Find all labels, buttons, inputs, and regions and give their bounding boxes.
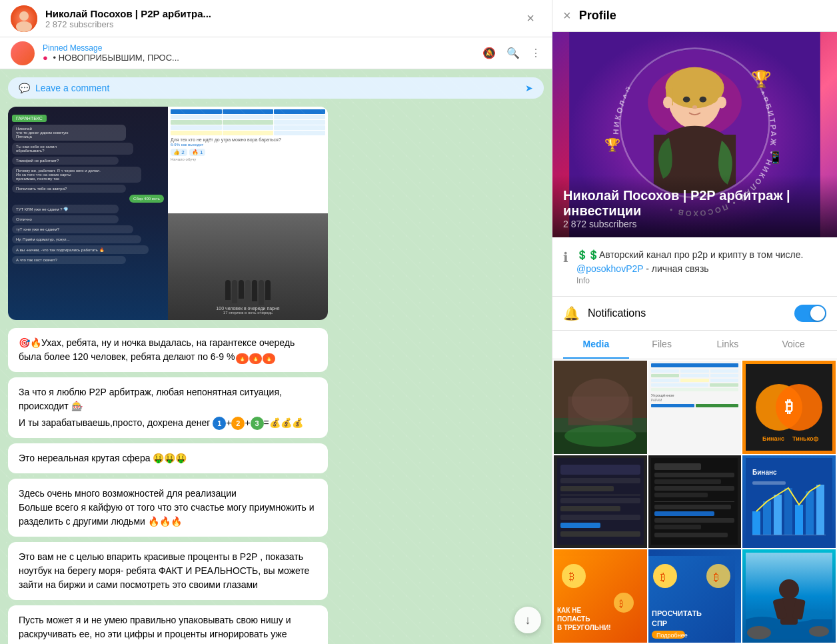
- pinned-dot: ●: [43, 53, 48, 63]
- pinned-content: Pinned Message ● • НОВОПРИБЫВШИМ, ПРОС..…: [43, 43, 474, 63]
- svg-text:Подробнее: Подробнее: [656, 632, 688, 639]
- gallery-item-3[interactable]: ₿ Бинанс Тинькоф: [742, 361, 836, 454]
- info-icon: ℹ: [563, 249, 568, 265]
- tab-voice[interactable]: Voice: [760, 331, 826, 359]
- pinned-message-bar[interactable]: Pinned Message ● • НОВОПРИБЫВШИМ, ПРОС..…: [0, 37, 552, 69]
- svg-point-24: [572, 379, 629, 421]
- search-icon[interactable]: 🔍: [506, 47, 520, 59]
- svg-rect-42: [560, 531, 640, 537]
- header-info: Николай Посохов | Р2Р арбитра... 2 872 s…: [45, 8, 512, 29]
- svg-rect-58: [752, 511, 760, 535]
- text-message-1: 🎯🔥Ухах, ребята, ну и ночка выдалась, на …: [8, 328, 328, 372]
- svg-text:₿: ₿: [785, 397, 793, 415]
- scroll-down-button[interactable]: ↓: [514, 607, 541, 633]
- svg-point-1: [19, 11, 29, 21]
- tab-files[interactable]: Files: [629, 331, 695, 359]
- gallery-img-5: [651, 458, 738, 545]
- svg-rect-51: [654, 511, 714, 516]
- notifications-toggle[interactable]: [794, 305, 826, 322]
- svg-rect-37: [560, 495, 640, 495]
- bell-mute-icon[interactable]: 🔕: [482, 47, 496, 59]
- svg-text:Тинькоф: Тинькоф: [792, 435, 819, 442]
- close-chat-button[interactable]: ×: [520, 8, 541, 29]
- svg-rect-54: [654, 533, 728, 537]
- svg-point-16: [663, 97, 672, 109]
- close-profile-button[interactable]: ×: [563, 8, 571, 23]
- svg-text:СПР: СПР: [652, 619, 667, 627]
- tab-links[interactable]: Links: [695, 331, 761, 359]
- media-message: ГАРАНТЕКС Николайчто-то денег даром сове…: [8, 107, 328, 320]
- pinned-icons: 🔕 🔍 ⋮: [482, 47, 541, 59]
- toggle-knob: [810, 306, 825, 321]
- deco-coin-2: 🏆: [604, 137, 621, 153]
- svg-text:₿: ₿: [660, 571, 666, 583]
- svg-text:В ТРЕУГОЛЬНИ!: В ТРЕУГОЛЬНИ!: [557, 624, 611, 631]
- gallery-item-1[interactable]: [554, 361, 647, 454]
- profile-link[interactable]: @posokhovP2P - личная связь: [576, 262, 803, 276]
- svg-rect-64: [816, 485, 824, 535]
- svg-point-11: [666, 67, 724, 109]
- text-message-5: Это вам не с целью впарить красивые проц…: [8, 542, 328, 600]
- svg-point-2: [16, 21, 32, 32]
- text-message-3: Это нереальная крутая сфера 🤑🤑🤑: [8, 443, 328, 473]
- svg-rect-44: [654, 463, 701, 470]
- profile-title: Profile: [579, 9, 616, 23]
- chat-name: Николай Посохов | Р2Р арбитра...: [45, 8, 512, 19]
- svg-rect-48: [654, 493, 708, 497]
- svg-rect-34: [560, 465, 640, 475]
- gallery-item-4[interactable]: [554, 455, 647, 549]
- svg-text:КАК НЕ: КАК НЕ: [557, 607, 581, 614]
- text-message-2: За что я люблю Р2Р арбитраж, любая непон…: [8, 377, 328, 438]
- svg-point-17: [717, 97, 726, 109]
- comment-icon: 💬: [19, 83, 30, 93]
- notifications-label: Notifications: [588, 307, 786, 319]
- svg-rect-47: [654, 486, 734, 491]
- bio-row: ℹ 💲💲Авторский канал про р2р и крипту в т…: [563, 248, 826, 285]
- svg-rect-13: [708, 88, 716, 103]
- pinned-avatar: [11, 41, 35, 65]
- deco-coin-3: 📱: [768, 150, 783, 165]
- svg-rect-41: [560, 523, 600, 528]
- svg-text:Бинанс: Бинанс: [752, 469, 777, 476]
- leave-comment-label: Leave a comment: [35, 83, 109, 93]
- svg-rect-63: [806, 491, 814, 535]
- svg-text:₿: ₿: [619, 599, 624, 609]
- deco-coin-1: 🏆: [751, 69, 772, 89]
- svg-rect-53: [654, 525, 701, 529]
- gallery-img-9: [746, 553, 832, 639]
- gallery-item-7[interactable]: ₿ КАК НЕ ПОПАСТЬ В ТРЕУГОЛЬНИ! ₿: [554, 549, 647, 643]
- svg-point-72: [614, 593, 634, 613]
- info-label: Info: [576, 276, 803, 285]
- pinned-text: ● • НОВОПРИБЫВШИМ, ПРОС...: [43, 53, 474, 63]
- more-icon[interactable]: ⋮: [530, 47, 541, 59]
- svg-point-26: [564, 425, 636, 447]
- link-text[interactable]: @posokhovP2P: [576, 263, 643, 274]
- gallery-item-6[interactable]: Бинанс: [742, 455, 836, 549]
- gallery-item-8[interactable]: ₿ ПРОСЧИТАТЬ СПР ₿ Подробнее: [648, 549, 742, 643]
- screenshot-chat: ГАРАНТЕКС Николайчто-то денег даром сове…: [8, 107, 168, 320]
- svg-rect-35: [560, 478, 640, 483]
- media-gallery: Упрощённое РАРАМ ₿ Бинанс Тинькоф: [552, 359, 837, 644]
- chat-subscribers: 2 872 subscribers: [45, 19, 512, 29]
- svg-rect-62: [795, 505, 803, 535]
- bio-text: 💲💲Авторский канал про р2р и крипту в том…: [576, 248, 803, 262]
- chat-body[interactable]: 💬 Leave a comment ➤ ГАРАНТЕКС Николайчто…: [0, 69, 552, 644]
- profile-name: Николай Посохов | Р2Р арбитраж | инвести…: [563, 188, 826, 219]
- svg-rect-46: [654, 479, 721, 484]
- send-icon: ➤: [525, 83, 533, 93]
- notifications-bell-icon: 🔔: [563, 305, 580, 321]
- avatar: [11, 5, 37, 32]
- svg-rect-36: [560, 486, 614, 491]
- gallery-item-2[interactable]: Упрощённое РАРАМ: [648, 361, 742, 454]
- svg-rect-60: [774, 495, 782, 535]
- svg-text:₿: ₿: [714, 571, 719, 583]
- tab-media[interactable]: Media: [563, 331, 629, 359]
- gallery-item-5[interactable]: [648, 455, 742, 549]
- link-suffix: - личная связь: [646, 263, 708, 274]
- svg-point-89: [809, 626, 829, 637]
- screenshot-right: Для тех кто не идёт до утра можно вора б…: [168, 107, 328, 320]
- profile-avatar-container: НИКОЛАЙ • АРБИТРАЖ • ПОСОХОВ • АРБИТРАЖ …: [552, 32, 837, 237]
- gallery-item-9[interactable]: [742, 549, 836, 643]
- gallery-img-6: Бинанс: [746, 458, 832, 545]
- leave-comment-bar[interactable]: 💬 Leave a comment ➤: [8, 77, 544, 99]
